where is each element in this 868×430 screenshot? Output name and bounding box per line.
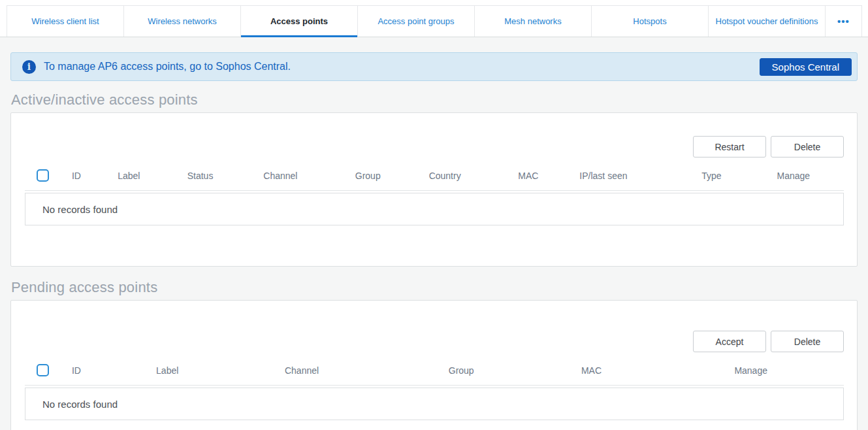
column-header-manage: Manage: [722, 359, 844, 386]
column-header-mac: MAC: [506, 164, 568, 191]
delete-button-pending[interactable]: Delete: [771, 331, 844, 352]
info-icon: i: [22, 60, 36, 74]
tab-label: Hotspots: [633, 16, 666, 27]
column-header-ip-last-seen: IP/last seen: [568, 164, 690, 191]
column-header-status: Status: [176, 164, 252, 191]
section-title-active-inactive: Active/inactive access points: [11, 91, 858, 108]
select-all-cell: [25, 359, 60, 386]
column-header-label: Label: [106, 164, 176, 191]
column-header-group: Group: [437, 359, 570, 386]
ellipsis-icon: •••: [837, 16, 850, 27]
tab-label: Access point groups: [378, 16, 454, 27]
select-all-checkbox[interactable]: [37, 169, 49, 182]
pending-table: ID Label Channel Group MAC Manage: [25, 359, 844, 386]
tab-hotspots[interactable]: Hotspots: [591, 6, 708, 37]
active-inactive-toolbar: Restart Delete: [25, 136, 844, 157]
table-header-row: ID Label Status Channel Group Country MA…: [25, 164, 844, 191]
delete-button[interactable]: Delete: [771, 136, 844, 157]
tab-strip: Wireless client list Wireless networks A…: [0, 0, 868, 37]
tab-wireless-client-list[interactable]: Wireless client list: [7, 6, 123, 37]
tab-more-ellipsis-icon[interactable]: •••: [825, 6, 862, 37]
empty-row: No records found: [25, 193, 844, 225]
pending-toolbar: Accept Delete: [25, 331, 844, 352]
banner-text: To manage AP6 access points, go to Sopho…: [44, 61, 760, 73]
sophos-central-button[interactable]: Sophos Central: [760, 58, 852, 76]
column-header-manage: Manage: [765, 164, 844, 191]
active-inactive-table: ID Label Status Channel Group Country MA…: [25, 164, 844, 191]
select-all-cell: [25, 164, 60, 191]
column-header-channel: Channel: [273, 359, 437, 386]
tab-label: Hotspot voucher definitions: [716, 16, 818, 27]
tab-wireless-networks[interactable]: Wireless networks: [123, 6, 240, 37]
tab-hotspot-voucher-definitions[interactable]: Hotspot voucher definitions: [708, 6, 825, 37]
pending-panel: Accept Delete ID Label Channel Group MAC…: [10, 300, 858, 430]
column-header-label: Label: [144, 359, 273, 386]
tab-label: Wireless networks: [148, 16, 216, 27]
column-header-country: Country: [417, 164, 507, 191]
column-header-id: ID: [60, 359, 144, 386]
column-header-group: Group: [344, 164, 417, 191]
table-header-row: ID Label Channel Group MAC Manage: [25, 359, 844, 386]
column-header-channel: Channel: [251, 164, 343, 191]
accept-button[interactable]: Accept: [693, 331, 766, 352]
tab-label: Wireless client list: [31, 16, 99, 27]
column-header-type: Type: [690, 164, 765, 191]
column-header-mac: MAC: [570, 359, 722, 386]
tab-mesh-networks[interactable]: Mesh networks: [474, 6, 591, 37]
tab-access-point-groups[interactable]: Access point groups: [357, 6, 474, 37]
select-all-checkbox-pending[interactable]: [37, 364, 49, 376]
info-banner: i To manage AP6 access points, go to Sop…: [10, 52, 858, 81]
restart-button[interactable]: Restart: [693, 136, 766, 157]
wireless-tabbar: Wireless client list Wireless networks A…: [7, 5, 862, 37]
tab-label: Access points: [270, 16, 328, 27]
empty-row: No records found: [25, 388, 844, 420]
tab-label: Mesh networks: [504, 16, 561, 27]
active-inactive-panel: Restart Delete ID Label Status Channel G…: [10, 112, 858, 267]
tab-access-points[interactable]: Access points: [240, 6, 357, 37]
section-title-pending: Pending access points: [11, 279, 858, 296]
column-header-id: ID: [60, 164, 106, 191]
